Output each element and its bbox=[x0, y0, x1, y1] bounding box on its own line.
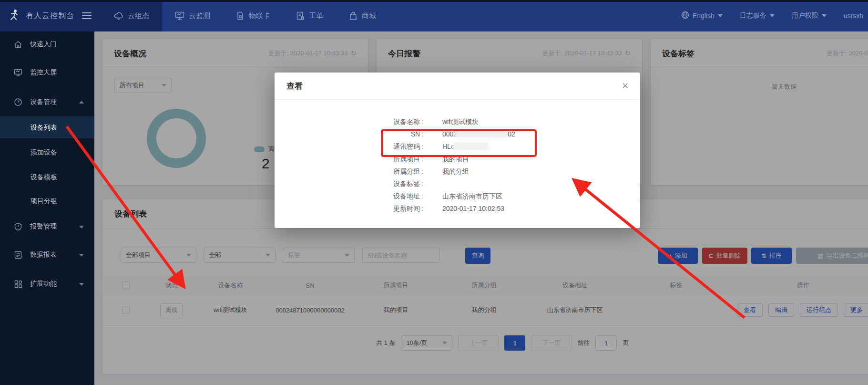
username-label: usrsxh bbox=[844, 12, 863, 20]
sidebar-item-label: 数据报表 bbox=[30, 250, 57, 259]
nav-item-work-order[interactable]: 工单 bbox=[283, 0, 336, 31]
sidebar-item-add-device[interactable]: 添加设备 bbox=[0, 141, 94, 163]
hamburger-icon[interactable] bbox=[82, 12, 92, 19]
username[interactable]: usrsxh bbox=[844, 12, 863, 20]
sidebar-item-monitor-screen[interactable]: 监控大屏 bbox=[0, 62, 94, 83]
sidebar-item-quick-start[interactable]: 快速入门 bbox=[0, 33, 94, 55]
chevron-up-icon bbox=[79, 101, 84, 104]
chevron-down-icon bbox=[770, 14, 775, 17]
log-service-label: 日志服务 bbox=[740, 11, 766, 20]
nav-item-cloud-monitor[interactable]: 云监测 bbox=[162, 0, 223, 31]
sidebar: 快速入门 监控大屏 设备管理 设备列表 添加设备 设备模板 项目分组 报警管理 … bbox=[0, 31, 94, 385]
sidebar-item-label: 报警管理 bbox=[30, 222, 57, 231]
home-icon bbox=[13, 41, 23, 49]
sidebar-item-data-report[interactable]: 数据报表 bbox=[0, 244, 94, 266]
chevron-down-icon bbox=[79, 254, 84, 257]
chevron-down-icon bbox=[79, 283, 84, 286]
alarm-icon bbox=[13, 222, 23, 231]
user-permission-menu[interactable]: 用户权限 bbox=[792, 11, 827, 20]
sidebar-subitem-label: 设备模板 bbox=[31, 173, 57, 181]
field-sn: SN : 000202 bbox=[275, 130, 640, 138]
field-label: 所属分组 : bbox=[275, 167, 424, 176]
field-value: 我的分组 bbox=[442, 167, 469, 176]
sidebar-item-extensions[interactable]: 扩展功能 bbox=[0, 273, 94, 295]
sidebar-item-device-management[interactable]: 设备管理 bbox=[0, 91, 94, 113]
mall-icon bbox=[349, 11, 357, 20]
view-device-modal: 查看 × 设备名称 : wifi测试模块 SN : 000202 通讯密码 : … bbox=[275, 73, 640, 228]
sidebar-item-label: 扩展功能 bbox=[30, 280, 57, 288]
field-label: 设备标签 : bbox=[275, 180, 424, 188]
field-update-time: 更新时间 : 2020-01-17 10:02:53 bbox=[275, 205, 640, 213]
field-address: 设备地址 : 山东省济南市历下区 bbox=[275, 192, 640, 201]
chevron-down-icon bbox=[822, 14, 827, 17]
screen-icon bbox=[13, 69, 23, 76]
field-value: 山东省济南市历下区 bbox=[442, 192, 502, 201]
user-permission-label: 用户权限 bbox=[792, 11, 818, 20]
sidebar-item-device-template[interactable]: 设备模板 bbox=[0, 166, 94, 188]
field-label: 设备地址 : bbox=[275, 192, 424, 201]
field-value: 我的项目 bbox=[442, 155, 469, 164]
field-tag: 设备标签 : bbox=[275, 180, 640, 188]
redaction-blur bbox=[454, 143, 488, 150]
language-label: English bbox=[693, 12, 715, 20]
nav-item-label: 物联卡 bbox=[249, 11, 270, 21]
work-order-icon bbox=[296, 11, 305, 20]
sidebar-subitem-label: 设备列表 bbox=[31, 124, 57, 131]
redaction-blur bbox=[457, 130, 508, 137]
app-title: 有人云控制台 bbox=[26, 11, 74, 21]
field-comm-password: 通讯密码 : HLc bbox=[275, 143, 640, 151]
field-label: 更新时间 : bbox=[275, 205, 424, 213]
field-label: SN : bbox=[275, 130, 424, 138]
logo-person-icon bbox=[8, 8, 21, 23]
device-icon bbox=[13, 98, 23, 106]
chevron-down-icon bbox=[718, 14, 723, 17]
sidebar-item-label: 监控大屏 bbox=[30, 68, 57, 77]
extension-icon bbox=[13, 280, 23, 288]
nav-item-cloud-scada[interactable]: 云组态 bbox=[101, 0, 162, 31]
nav-item-label: 工单 bbox=[309, 11, 323, 21]
chevron-down-icon bbox=[79, 226, 84, 229]
sidebar-subitem-label: 项目分组 bbox=[31, 197, 57, 205]
sidebar-item-project-group[interactable]: 项目分组 bbox=[0, 190, 94, 212]
field-value: wifi测试模块 bbox=[442, 118, 479, 126]
field-value: HLc bbox=[442, 143, 488, 151]
sidebar-item-device-list[interactable]: 设备列表 bbox=[0, 116, 94, 138]
field-label: 所属项目 : bbox=[275, 155, 424, 164]
sidebar-subitem-label: 添加设备 bbox=[31, 148, 57, 156]
report-icon bbox=[13, 251, 23, 259]
field-label: 通讯密码 : bbox=[275, 143, 424, 151]
monitor-icon bbox=[175, 11, 184, 20]
log-service-menu[interactable]: 日志服务 bbox=[740, 11, 775, 20]
close-icon[interactable]: × bbox=[622, 81, 628, 91]
nav-item-label: 云监测 bbox=[189, 11, 210, 21]
modal-header: 查看 × bbox=[275, 73, 640, 100]
nav-item-mall[interactable]: 商城 bbox=[336, 0, 389, 31]
modal-title: 查看 bbox=[286, 81, 303, 92]
nav-item-label: 云组态 bbox=[128, 11, 149, 21]
field-group: 所属分组 : 我的分组 bbox=[275, 167, 640, 176]
top-navbar: 有人云控制台 云组态 云监测 物联卡 工单 bbox=[0, 0, 868, 31]
navbar-right: English 日志服务 用户权限 usrsxh bbox=[681, 0, 868, 31]
field-project: 所属项目 : 我的项目 bbox=[275, 155, 640, 164]
sidebar-item-label: 设备管理 bbox=[30, 98, 57, 106]
window-top-edge bbox=[0, 0, 868, 2]
nav-item-label: 商城 bbox=[362, 11, 376, 21]
field-value: 000202 bbox=[442, 130, 515, 138]
field-device-name: 设备名称 : wifi测试模块 bbox=[275, 118, 640, 126]
sidebar-item-label: 快速入门 bbox=[30, 40, 57, 49]
globe-icon bbox=[681, 11, 689, 21]
language-switcher[interactable]: English bbox=[681, 11, 723, 21]
sim-card-icon bbox=[236, 11, 245, 20]
field-value: 2020-01-17 10:02:53 bbox=[442, 205, 504, 213]
sidebar-item-alarm-management[interactable]: 报警管理 bbox=[0, 216, 94, 238]
nav-item-iot-card[interactable]: 物联卡 bbox=[223, 0, 283, 31]
field-label: 设备名称 : bbox=[275, 118, 424, 126]
brand-block[interactable]: 有人云控制台 bbox=[0, 0, 101, 31]
cloud-icon bbox=[114, 11, 123, 20]
